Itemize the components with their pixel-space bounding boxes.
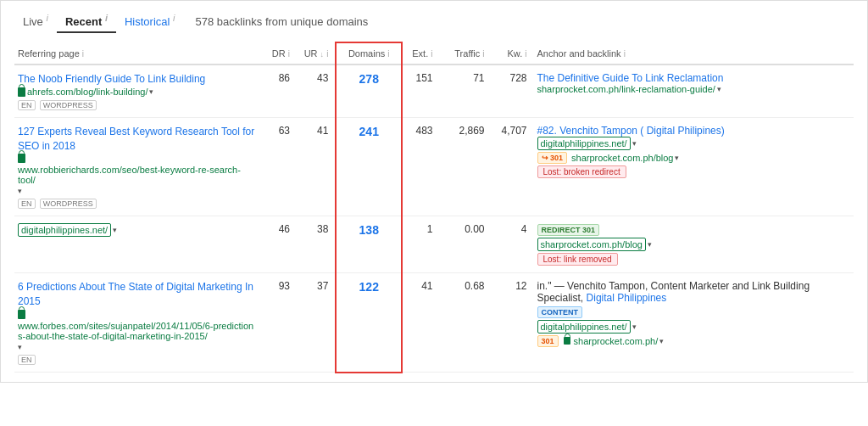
- anchor-url-dropdown-1[interactable]: ▾: [717, 85, 721, 93]
- anchor-secondary-dropdown-2[interactable]: ▾: [675, 154, 679, 162]
- col-header-ext: Ext. i: [402, 42, 439, 64]
- lost-badge-2: Lost: broken redirect: [537, 165, 626, 178]
- tab-historical[interactable]: Historical i: [116, 9, 184, 33]
- tabs-row: Live i Recent i Historical i 578 backlin…: [14, 9, 854, 33]
- wordpress-tag-2: WORDPRESS: [40, 199, 97, 209]
- anchor-text-4: in." — Venchito Tampon, Content Marketer…: [537, 280, 810, 304]
- anchor-link-text-4[interactable]: Digital Philippines: [587, 292, 667, 304]
- wordpress-tag-1: WORDPRESS: [40, 100, 97, 110]
- anchor-url-1: sharprocket.com.ph/link-reclamation-guid…: [537, 84, 715, 94]
- traffic-cell-1: 71: [440, 64, 492, 117]
- traffic-cell-4: 0.68: [440, 272, 492, 373]
- referring-title-link-4[interactable]: 6 Predictions About The State of Digital…: [18, 281, 253, 307]
- table-row: 6 Predictions About The State of Digital…: [14, 272, 854, 373]
- anchor-secondary-url-2: sharprocket.com.ph/blog: [571, 153, 673, 163]
- url-dropdown-2[interactable]: ▾: [18, 187, 22, 195]
- anchor-lock-4: [564, 337, 570, 345]
- anchor-cell-1: The Definitive Guide To Link Reclamation…: [534, 64, 854, 117]
- anchor-title-link-1[interactable]: The Definitive Guide To Link Reclamation: [537, 72, 724, 84]
- dr-cell-1: 86: [259, 64, 297, 117]
- tab-recent-label: Recent: [65, 15, 102, 28]
- referring-title-link-2[interactable]: 127 Experts Reveal Best Keyword Research…: [18, 126, 254, 152]
- domains-val-2: 241: [359, 125, 379, 138]
- ext-cell-3: 1: [402, 216, 439, 272]
- domains-val-1: 278: [359, 72, 379, 86]
- lost-badge-3: Lost: link removed: [537, 253, 618, 266]
- dr-cell-3: 46: [259, 216, 297, 272]
- tab-live-label: Live: [23, 15, 43, 28]
- redirect-301-badge-3: REDIRECT 301: [537, 224, 600, 236]
- domains-cell-3: 138: [336, 216, 402, 272]
- anchor-cell-3: REDIRECT 301 sharprocket.com.ph/blog ▾ L…: [534, 216, 854, 272]
- en-tag-4: EN: [18, 355, 36, 365]
- tab-recent-info: i: [105, 13, 108, 23]
- anchor-url3-dropdown-4[interactable]: ▾: [659, 337, 664, 345]
- tab-live-info: i: [46, 13, 47, 23]
- backlinks-table: Referring page i DR i UR ↓ i Domains i: [14, 42, 854, 373]
- tab-historical-info: i: [173, 13, 175, 23]
- domains-cell-1: 278: [336, 64, 402, 117]
- col-header-ur: UR ↓ i: [297, 42, 336, 64]
- col-header-dr: DR i: [259, 42, 297, 64]
- dr-cell-2: 63: [259, 118, 297, 216]
- en-tag-1: EN: [18, 100, 36, 110]
- lock-icon-2: [18, 154, 25, 163]
- ext-cell-2: 483: [402, 118, 439, 216]
- col-header-anchor: Anchor and backlink i: [534, 42, 854, 64]
- ur-sort-icon[interactable]: ↓: [320, 50, 325, 59]
- referring-url-2: www.robbierichards.com/seo/best-keyword-…: [18, 165, 256, 185]
- url-dropdown-1[interactable]: ▾: [149, 87, 153, 96]
- referring-url-1: ahrefs.com/blog/link-building/: [27, 87, 147, 97]
- anchor-url-2: digitalphilippines.net/: [537, 137, 631, 150]
- col-header-traffic: Traffic i: [440, 42, 492, 64]
- traffic-cell-2: 2,869: [440, 118, 492, 216]
- anchor-301-label-4: 301: [537, 335, 559, 347]
- dr-cell-4: 93: [259, 272, 297, 373]
- referring-domain-box-3: digitalphilippines.net/: [18, 223, 111, 237]
- tab-historical-label: Historical: [125, 15, 170, 28]
- anchor-url2-dropdown-4[interactable]: ▾: [632, 322, 637, 331]
- ext-cell-1: 151: [402, 64, 439, 117]
- lock-icon-1: [18, 87, 25, 97]
- col-header-domains: Domains i: [336, 42, 402, 64]
- url-dropdown-4[interactable]: ▾: [18, 343, 22, 351]
- table-row: 127 Experts Reveal Best Keyword Research…: [14, 118, 854, 216]
- referring-cell-1: The Noob Friendly Guide To Link Building…: [14, 64, 259, 117]
- anchor-cell-2: #82. Venchito Tampon ( Digital Philipine…: [534, 118, 854, 216]
- traffic-cell-3: 0.00: [440, 216, 492, 272]
- ur-cell-1: 43: [297, 64, 336, 117]
- anchor-url-dropdown-3[interactable]: ▾: [648, 240, 652, 249]
- redirect-301-badge-2: ↪ 301: [537, 152, 568, 164]
- col-header-referring: Referring page i: [14, 42, 259, 64]
- table-row: The Noob Friendly Guide To Link Building…: [14, 64, 854, 117]
- anchor-url-3: sharprocket.com.ph/blog: [537, 238, 646, 251]
- ur-cell-4: 37: [297, 272, 336, 373]
- domains-val-4: 122: [359, 280, 379, 294]
- domains-val-3: 138: [359, 223, 379, 237]
- ext-cell-4: 41: [402, 272, 439, 373]
- url-dropdown-3[interactable]: ▾: [113, 226, 117, 234]
- referring-cell-3: digitalphilippines.net/ ▾: [14, 216, 259, 272]
- content-badge-4: CONTENT: [537, 306, 583, 318]
- referring-cell-2: 127 Experts Reveal Best Keyword Research…: [14, 118, 259, 216]
- col-header-kw: Kw. i: [492, 42, 534, 64]
- backlinks-count: 578 backlinks from unique domains: [196, 15, 369, 28]
- anchor-url-dropdown-2[interactable]: ▾: [632, 139, 637, 148]
- referring-url-4: www.forbes.com/sites/sujanpatel/2014/11/…: [18, 321, 256, 341]
- kw-cell-4: 12: [492, 272, 534, 373]
- referring-domain-3: digitalphilippines.net/: [21, 225, 108, 235]
- ur-cell-2: 41: [297, 118, 336, 216]
- kw-cell-2: 4,707: [492, 118, 534, 216]
- main-container: Live i Recent i Historical i 578 backlin…: [0, 0, 868, 383]
- lock-icon-4: [18, 310, 25, 319]
- anchor-title-link-2[interactable]: #82. Venchito Tampon ( Digital Philipine…: [537, 125, 725, 137]
- kw-cell-3: 4: [492, 216, 534, 272]
- ur-cell-3: 38: [297, 216, 336, 272]
- referring-title-link-1[interactable]: The Noob Friendly Guide To Link Building: [18, 73, 205, 85]
- tab-recent[interactable]: Recent i: [57, 9, 116, 33]
- anchor-cell-4: in." — Venchito Tampon, Content Marketer…: [534, 272, 854, 373]
- domains-cell-2: 241: [336, 118, 402, 216]
- anchor-url2-4: digitalphilippines.net/: [537, 320, 631, 334]
- tab-live[interactable]: Live i: [14, 9, 57, 33]
- anchor-url3-4: sharprocket.com.ph/: [574, 336, 659, 346]
